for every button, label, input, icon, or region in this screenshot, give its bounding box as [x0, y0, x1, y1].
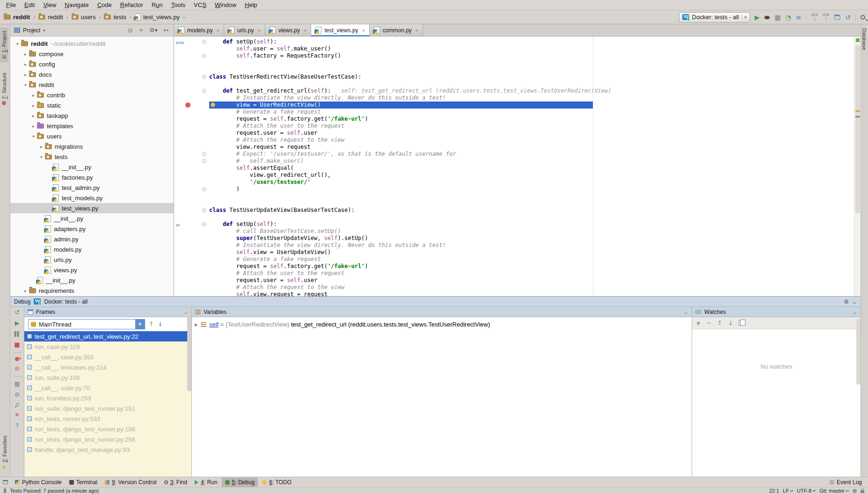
- toolwindow-button-6-todo[interactable]: 6: TODO: [259, 478, 295, 487]
- gutter[interactable]: [174, 256, 209, 263]
- tool-stripe-structure[interactable]: 7: Structure: [0, 69, 8, 109]
- gutter[interactable]: [174, 263, 209, 270]
- code-line[interactable]: # Attach the user to the request: [174, 123, 854, 130]
- gutter[interactable]: [174, 277, 209, 284]
- tool-stripe-database[interactable]: Database: [861, 28, 867, 50]
- run-button[interactable]: ▶: [755, 14, 760, 21]
- code-line[interactable]: [174, 80, 854, 87]
- menu-refactor[interactable]: Refactor: [116, 0, 147, 10]
- pause-icon[interactable]: ▌▌: [15, 331, 20, 337]
- fold-marker-icon[interactable]: −: [202, 89, 206, 93]
- gutter[interactable]: [174, 242, 209, 249]
- tree-item-admin-py[interactable]: admin.py: [10, 234, 174, 244]
- tree-item-docs[interactable]: ▸docs: [10, 69, 174, 80]
- tree-item-adapters-py[interactable]: adapters.py: [10, 224, 174, 234]
- code-line[interactable]: # Attach the request to the view: [174, 284, 854, 291]
- breadcrumb[interactable]: reddit›reddit›users›tests›test_views.py›: [3, 14, 186, 21]
- code-line[interactable]: −class TestUserRedirectView(BaseUserTest…: [174, 73, 854, 80]
- gutter[interactable]: [174, 94, 209, 102]
- fold-marker-icon[interactable]: −: [202, 75, 206, 79]
- toolwindow-button-4-run[interactable]: 4: Run: [191, 478, 220, 487]
- gutter[interactable]: −: [174, 87, 209, 94]
- gutter[interactable]: [174, 249, 209, 256]
- tree-item-reddit[interactable]: ▾reddit: [10, 80, 174, 90]
- gutter[interactable]: [174, 228, 209, 235]
- fold-marker-icon[interactable]: −: [202, 208, 206, 212]
- code-line[interactable]: # Attach the request to the view: [174, 137, 854, 144]
- editor-tab-common-py[interactable]: common.py×: [370, 24, 423, 36]
- menu-vcs[interactable]: VCS: [190, 0, 211, 10]
- scrollbar-thumb[interactable]: [856, 319, 861, 385]
- add-watch-icon[interactable]: +: [696, 320, 701, 327]
- code-line[interactable]: − self.factory = RequestFactory(): [174, 52, 854, 59]
- expand-arrow-icon[interactable]: ▸: [30, 124, 37, 129]
- gutter[interactable]: −: [174, 73, 209, 80]
- move-up-icon[interactable]: ↑: [717, 320, 722, 327]
- close-icon[interactable]: ×: [361, 28, 365, 33]
- gutter[interactable]: [174, 59, 209, 66]
- frame-item[interactable]: run_suite, django_test_runner.py:151: [24, 403, 191, 414]
- revert-button[interactable]: ↺: [845, 14, 851, 21]
- code-line[interactable]: # Instantiate the view directly. Never d…: [174, 94, 854, 102]
- hide-panel-icon[interactable]: →: [683, 309, 688, 315]
- pin-tab-icon[interactable]: [15, 402, 20, 407]
- gutter[interactable]: [174, 270, 209, 277]
- code-line[interactable]: '/users/testuser/': [174, 179, 854, 186]
- expand-arrow-icon[interactable]: ▾: [30, 134, 37, 139]
- fold-marker-icon[interactable]: −: [202, 187, 206, 191]
- editor-tab-test_views-py[interactable]: test_views.py×: [311, 24, 369, 36]
- gutter[interactable]: −: [174, 151, 209, 158]
- close-icon[interactable]: ×: [216, 28, 219, 33]
- frame-item[interactable]: run, suite.py:108: [24, 372, 191, 383]
- expand-arrow-icon[interactable]: ▶: [195, 322, 198, 327]
- gutter[interactable]: [174, 235, 209, 242]
- intention-bulb-icon[interactable]: [211, 102, 215, 107]
- gutter[interactable]: [174, 214, 209, 221]
- toolwindow-button-3-find[interactable]: 3: Find: [161, 478, 191, 487]
- tree-item-__init__-py[interactable]: __init__.py: [10, 213, 174, 224]
- variable-row[interactable]: ▶ self = {TestUserRedirectView} test_get…: [192, 317, 692, 328]
- expand-arrow-icon[interactable]: ▾: [22, 82, 29, 87]
- move-down-icon[interactable]: ↓: [728, 320, 733, 327]
- gutter[interactable]: [174, 200, 209, 207]
- expand-arrow-icon[interactable]: ▸: [38, 144, 45, 149]
- breadcrumb-item-users[interactable]: users: [71, 14, 97, 21]
- breakpoint-icon[interactable]: [185, 102, 190, 108]
- coverage-button[interactable]: ▩: [774, 14, 780, 21]
- gutter[interactable]: [174, 102, 209, 109]
- editor-tab-urls-py[interactable]: urls.py×: [224, 24, 265, 36]
- rerun-icon[interactable]: ↺: [15, 309, 20, 316]
- close-icon[interactable]: ×: [303, 28, 306, 33]
- close-icon[interactable]: ×: [256, 28, 260, 33]
- tree-item-factories-py[interactable]: factories.py: [10, 172, 174, 182]
- editor-scrollbar[interactable]: [854, 36, 861, 296]
- breadcrumb-item-test_views-py[interactable]: test_views.py: [134, 14, 181, 21]
- frame-down-icon[interactable]: ↓: [158, 321, 163, 327]
- gutter[interactable]: [174, 193, 209, 200]
- gutter[interactable]: −: [174, 158, 209, 165]
- tool-window-switcher-icon[interactable]: [3, 480, 8, 484]
- menu-edit[interactable]: Edit: [20, 0, 39, 10]
- execution-line[interactable]: view = UserRedirectView(): [174, 102, 854, 109]
- menu-help[interactable]: Help: [241, 0, 262, 10]
- code-line[interactable]: [174, 200, 854, 207]
- code-line[interactable]: − # Expect: '/users/testuser/', as that …: [174, 151, 854, 158]
- fold-marker-icon[interactable]: −: [202, 222, 206, 226]
- toolwindow-button-5-debug[interactable]: 5: Debug: [222, 478, 258, 487]
- mute-breakpoints-icon[interactable]: ⊘: [15, 365, 20, 372]
- stop-icon[interactable]: ■: [14, 341, 20, 348]
- tree-item-config[interactable]: ▸config: [10, 59, 174, 69]
- fold-marker-icon[interactable]: −: [202, 40, 206, 44]
- tree-item-models-py[interactable]: models.py: [10, 244, 174, 254]
- hide-window-icon[interactable]: ⌄: [852, 298, 857, 305]
- expand-arrow-icon[interactable]: ▸: [22, 62, 29, 67]
- thread-selector[interactable]: MainThread ▼: [28, 319, 145, 329]
- menu-code[interactable]: Code: [93, 0, 116, 10]
- gutter[interactable]: [174, 80, 209, 87]
- tree-item-test_admin-py[interactable]: test_admin.py: [10, 182, 174, 193]
- tree-item-migrations[interactable]: ▸migrations: [10, 141, 174, 152]
- scrollbar-thumb[interactable]: [187, 307, 191, 391]
- gutter[interactable]: [174, 137, 209, 144]
- breadcrumb-item-tests[interactable]: tests: [103, 14, 127, 21]
- editor-tab-models-py[interactable]: models.py×: [174, 24, 224, 36]
